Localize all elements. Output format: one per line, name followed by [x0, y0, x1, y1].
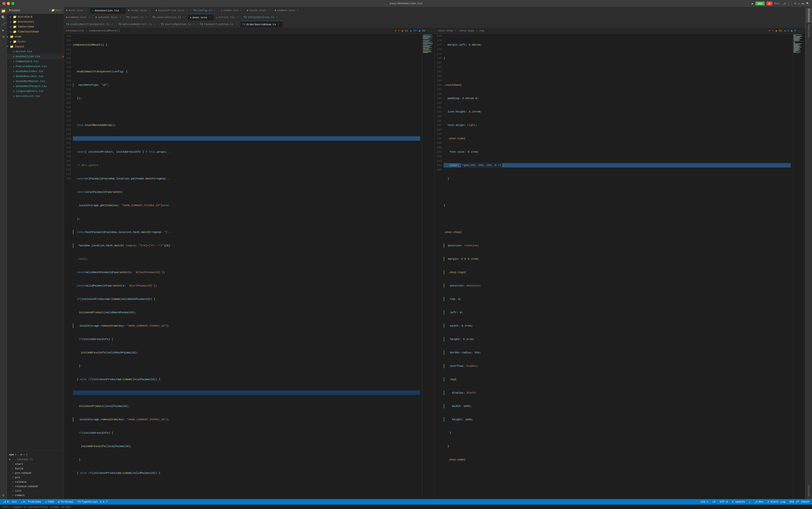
status-git[interactable]: ⎇ 9: Git	[2, 500, 18, 504]
tab-close[interactable]: ×	[275, 15, 279, 19]
sidebar-item-anonauction-tsx[interactable]: ⚛ AnonAuction.tsx ●	[7, 54, 64, 59]
tab-style-scss[interactable]: ● style.scss ×	[245, 7, 273, 14]
close-icon[interactable]: ×	[60, 9, 62, 12]
npm-script-prenohash[interactable]: pre:nohash	[12, 471, 62, 475]
tab-close[interactable]: ×	[145, 15, 148, 19]
sidebar-item-commoncard[interactable]: ⚛ CommonCard.tsx	[7, 59, 64, 64]
search-icon[interactable]: 🔍	[806, 2, 810, 5]
stop-button[interactable]: ■	[767, 1, 772, 5]
tab-close[interactable]: ×	[235, 23, 238, 26]
status-checkmark[interactable]: ✓	[748, 500, 752, 504]
new-folder-icon[interactable]: 📁	[51, 9, 55, 12]
sidebar-item-tabzeroone[interactable]: ▶ 📁 TabZeroOne	[7, 24, 64, 29]
leetcode-panel[interactable]: leetcode	[806, 483, 812, 498]
scroll-up-right[interactable]: ↑	[798, 29, 800, 32]
status-branch[interactable]: ⎇ dev	[753, 500, 764, 504]
activity-extensions[interactable]: ⊞	[0, 34, 6, 40]
tab-active-tsx[interactable]: ⚛ Active.tsx ×	[214, 14, 242, 21]
activity-debug[interactable]: ▶	[0, 27, 6, 33]
tab-index-tsx[interactable]: ⚛ index.tsx ×	[219, 7, 245, 14]
sidebar-item-goodsrecindex[interactable]: ⚛ GoodsRecIndex.tsx	[7, 69, 64, 74]
npm-script-commit[interactable]: commit	[12, 493, 62, 498]
tab-anon-scss-active[interactable]: ● anon.scss ×	[188, 14, 214, 21]
status-problems[interactable]: ⚠ 6: Problems	[20, 500, 42, 504]
npm-more[interactable]: ⋯	[23, 453, 25, 456]
tab-paymenttype-ts[interactable]: TS PaymentTypeEnum.ts ×	[198, 21, 240, 28]
tab-iphonex-scss[interactable]: ● iphoneX.scss ×	[93, 14, 124, 21]
tab-anonauction-tsx[interactable]: ⚛ AnonAuction.tsx ×	[90, 7, 126, 14]
run-button[interactable]: start	[755, 1, 764, 5]
status-file-count[interactable]: 659 of 1981M	[788, 500, 810, 503]
sidebar-item-layout[interactable]: ▼ 📁 layout	[7, 44, 64, 49]
favorites-panel[interactable]: Favorites	[806, 23, 812, 38]
status-encoding[interactable]: UTF-8	[719, 500, 729, 503]
tab-close[interactable]: ×	[111, 23, 114, 26]
tab-close[interactable]: ×	[148, 9, 151, 12]
sidebar-item-hooks[interactable]: ▶ 📁 hooks	[7, 39, 64, 44]
status-position[interactable]: 120:1	[699, 500, 710, 503]
tab-ordersource-ts[interactable]: TS OrderSourceEnum.ts ×	[240, 21, 283, 28]
sidebar-item-goodsrecmaster[interactable]: ⚛ GoodsRecMaster.tsx	[7, 79, 64, 84]
sidebar-item-goodsreclimit[interactable]: ⚛ GoodsRecLimit.tsx	[7, 74, 64, 79]
activity-git[interactable]: ⎇	[0, 21, 6, 27]
sidebar-item-jingyingstore[interactable]: ⚛ jingyingStore.tsx	[7, 89, 64, 94]
sidebar-item-timecountdown[interactable]: ▶ 📁 TimeCountDown	[7, 29, 64, 34]
status-todo[interactable]: ☑ TODO	[44, 500, 55, 504]
right-code-body[interactable]: 175176177178179 180181182183184 18518618…	[435, 34, 805, 499]
activity-search[interactable]: 🔍	[0, 14, 6, 20]
sidebar-item-goodsreczhenpin[interactable]: ⚛ GoodsRecZhenpin.tsx	[7, 84, 64, 89]
activity-explorer[interactable]: 📁	[0, 8, 6, 14]
scroll-up[interactable]: ↑	[427, 29, 429, 32]
sidebar-item-featuredsession[interactable]: ⚛ FeaturedSession.tsx	[7, 64, 64, 69]
tab-close[interactable]: ×	[239, 9, 243, 12]
tab-close[interactable]: ×	[153, 23, 156, 26]
sidebar-item-active-tsx[interactable]: ⚛ Active.tsx	[7, 49, 64, 54]
status-line-ending[interactable]: LF	[712, 500, 717, 503]
npm-script-build[interactable]: build	[12, 466, 62, 471]
npm-script-start[interactable]: start	[12, 462, 62, 466]
structure-panel[interactable]: Structure	[806, 8, 812, 23]
npm-expand[interactable]: ≡	[26, 453, 28, 456]
tab-close[interactable]: ×	[277, 23, 281, 26]
tab-webviewredirect-ts[interactable]: TS webviewRedirect.ts ×	[116, 21, 159, 28]
tab-close[interactable]: ×	[84, 9, 88, 12]
tab-close[interactable]: ×	[182, 15, 186, 19]
tab-jxenv-ts[interactable]: TS jxenv.ts ×	[124, 14, 150, 21]
sidebar-item-sessionlist[interactable]: ⚛ SessionList.tsx	[7, 94, 64, 99]
left-code-body[interactable]: 113114115116117 118119120121122 12312412…	[64, 34, 435, 499]
npm-script-lint[interactable]: lint	[12, 489, 62, 493]
tab-enablenavi-ts[interactable]: TS enableNaviTransparent.ts ×	[64, 21, 116, 28]
refresh-icon[interactable]: ⟳	[55, 9, 58, 12]
tab-close[interactable]: ×	[192, 23, 196, 26]
tab-close[interactable]: ×	[119, 15, 122, 19]
scroll-down-right[interactable]: ↓	[801, 29, 803, 32]
sidebar-item-storelevel[interactable]: ▶ 📁 StoreLevel	[7, 19, 64, 24]
scroll-down[interactable]: ↓	[431, 29, 433, 32]
tab-close[interactable]: ×	[120, 9, 124, 12]
close-button[interactable]	[2, 2, 5, 5]
activity-settings[interactable]: ⚙	[0, 492, 6, 498]
tab-buyoutprice-scss[interactable]: ● buyoutPrice.scss ×	[154, 7, 191, 14]
tab-common-scss[interactable]: ● common.scss ×	[273, 7, 302, 14]
tab-reset-scss[interactable]: ● reset.scss ×	[126, 7, 154, 14]
npm-add[interactable]: +	[15, 453, 17, 456]
npm-script-release[interactable]: release	[12, 480, 62, 484]
tab-sourcerpc-ts[interactable]: TS SourceRpcEnum.ts ×	[159, 21, 198, 28]
sidebar-item-enum[interactable]: ▶ 📁 enum	[7, 34, 64, 39]
collapse-icon[interactable]: ⊟	[58, 9, 60, 12]
tab-config-ts[interactable]: TS config.ts ×	[191, 7, 219, 14]
status-indent[interactable]: 2 spaces	[731, 500, 746, 503]
npm-script-releasenohash[interactable]: release:nohash	[12, 484, 62, 489]
npm-script-pre[interactable]: pre	[12, 475, 62, 480]
status-terminal[interactable]: ⊟ Terminal	[57, 500, 74, 504]
tab-close[interactable]: ×	[236, 15, 239, 19]
tab-idtyperpc-ts[interactable]: TS IdTypeRpcEnum.ts ×	[242, 14, 281, 21]
maximize-button[interactable]	[11, 2, 14, 5]
tab-anon-scss[interactable]: ● anon.scss ×	[64, 7, 90, 14]
status-typescript[interactable]: TS TypeScript 3.9.7	[76, 500, 108, 503]
tab-close[interactable]: ×	[208, 16, 212, 19]
sidebar-item-storecard[interactable]: ▶ 📁 StoreCard	[7, 14, 64, 19]
tab-close[interactable]: ×	[296, 9, 300, 12]
minimize-button[interactable]	[7, 2, 10, 5]
npm-remove[interactable]: -	[18, 453, 19, 456]
